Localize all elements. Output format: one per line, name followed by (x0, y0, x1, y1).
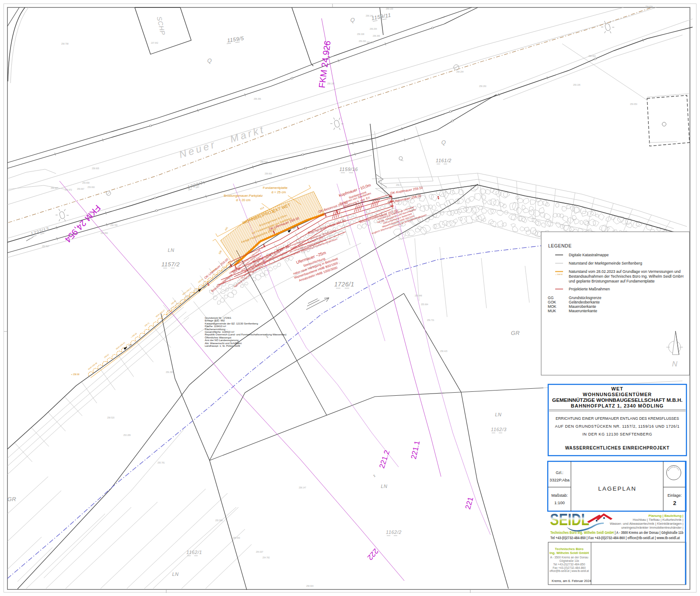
svg-text:Hochbau | Tiefbau | Kulturtech: Hochbau | Tiefbau | Kulturtechnik | (633, 518, 683, 522)
svg-text:GOK: GOK (548, 300, 556, 304)
svg-text:Maßstab:: Maßstab: (551, 493, 568, 498)
svg-text:GR: GR (511, 330, 520, 336)
svg-text:Abt. Wasserrecht und Schifffah: Abt. Wasserrecht und Schifffahrt (205, 342, 242, 345)
svg-text:259.254: 259.254 (370, 28, 377, 30)
svg-text:258.415: 258.415 (440, 350, 448, 352)
svg-text:3322P.Aba: 3322P.Aba (550, 477, 570, 482)
svg-text:258.356: 258.356 (254, 98, 261, 100)
svg-text:SEIDL: SEIDL (550, 511, 589, 529)
svg-text:259.195: 259.195 (573, 84, 581, 86)
svg-text:Gzl.:: Gzl.: (556, 471, 563, 475)
svg-text:Q: Q (207, 57, 212, 64)
svg-text:AUF DEN GRUNDSTÜCKEN NR. 1157/: AUF DEN GRUNDSTÜCKEN NR. 1157/2, 1159/16… (555, 424, 680, 429)
svg-text:Grundstück Nr.: 1726/1: Grundstück Nr.: 1726/1 (205, 317, 231, 319)
svg-text:BAHNHOFPLATZ 1, 2340 MÖDLING: BAHNHOFPLATZ 1, 2340 MÖDLING (571, 403, 664, 408)
svg-text:258.904: 258.904 (306, 585, 314, 587)
svg-text:Einlage:: Einlage: (668, 493, 682, 498)
svg-text:258.798: 258.798 (61, 43, 69, 45)
svg-text:258.605: 258.605 (92, 167, 99, 170)
svg-text:MOK: MOK (548, 304, 556, 309)
svg-text:1:100: 1:100 (554, 500, 565, 505)
svg-text:GR: GR (7, 496, 17, 502)
svg-text:Brüstungsmauer-Parkplatz: Brüstungsmauer-Parkplatz (224, 194, 263, 198)
svg-text:uneingeschränkter Immobilientr: uneingeschränkter Immobilientreuhänder | (621, 526, 683, 530)
svg-text:254.007: 254.007 (256, 551, 263, 553)
svg-text:Ing. Wilhelm Seidl GmbH: Ing. Wilhelm Seidl GmbH (550, 551, 589, 555)
svg-text:IN DER KG 12130 SENFTENBERG: IN DER KG 12130 SENFTENBERG (582, 432, 652, 436)
svg-text:255.543: 255.543 (233, 537, 240, 539)
svg-text:Landhauspl. 1, St. Pölten 3109: Landhauspl. 1, St. Pölten 3109 (205, 345, 240, 347)
svg-text:Digitale Katastralmappe: Digitale Katastralmappe (569, 253, 609, 257)
svg-text:Katastralgemeinde der EZ: 1213: Katastralgemeinde der EZ: 12130 Senftenb… (205, 322, 258, 325)
svg-text:255.589: 255.589 (215, 519, 223, 522)
svg-text:258.4: 258.4 (396, 184, 401, 186)
svg-text:Projektierte Maßnahmen: Projektierte Maßnahmen (569, 287, 610, 291)
svg-text:258.687: 258.687 (51, 187, 58, 189)
svg-text:Technisches Büro: Technisches Büro (555, 547, 584, 551)
svg-text:256.395: 256.395 (166, 371, 173, 373)
svg-text:Maueroberkante: Maueroberkante (569, 304, 596, 309)
svg-text:254.874: 254.874 (645, 6, 653, 8)
svg-text:256.672: 256.672 (65, 189, 72, 191)
svg-text:N: N (672, 360, 678, 368)
svg-text:GEMEINNÜTZIGE WOHNBAUGESELLSCH: GEMEINNÜTZIGE WOHNBAUGESELLSCHAFT M.B.H. (552, 397, 682, 403)
svg-text:258.765: 258.765 (110, 224, 118, 227)
svg-text:258.144: 258.144 (366, 15, 373, 17)
svg-text:253.289: 253.289 (123, 434, 131, 436)
svg-text:237.642: 237.642 (151, 42, 158, 44)
svg-text:Q: Q (441, 139, 446, 146)
svg-text:LN: LN (495, 412, 501, 417)
svg-text:258.365: 258.365 (373, 35, 380, 37)
svg-text:1162/1: 1162/1 (186, 550, 202, 555)
svg-text:255.781: 255.781 (158, 462, 165, 464)
svg-text:ERRICHTUNG EINER UFERMAUER ENT: ERRICHTUNG EINER UFERMAUER ENTLANG DES K… (556, 416, 679, 421)
svg-text:1159/16: 1159/16 (340, 167, 358, 172)
svg-text:1162/3: 1162/3 (491, 427, 507, 432)
svg-text:258.294: 258.294 (456, 71, 464, 73)
svg-text:258.260: 258.260 (479, 85, 486, 87)
svg-text:Bestandsaufnahmen der Technisc: Bestandsaufnahmen der Technisches Büro I… (569, 274, 683, 279)
svg-text:Tel +43-(0)2732-484-850 | Fax: Tel +43-(0)2732-484-850 | Fax +43-(0)273… (550, 536, 680, 540)
svg-text:259.650: 259.650 (630, 103, 637, 105)
svg-text:Technisches Büro Ing. Wilhelm: Technisches Büro Ing. Wilhelm Seidl GmbH… (550, 531, 683, 535)
svg-text:1162/2: 1162/2 (386, 530, 402, 535)
svg-text:+ 258.92: + 258.92 (555, 273, 563, 275)
svg-text:258.518: 258.518 (260, 161, 268, 163)
svg-text:254.782: 254.782 (262, 557, 270, 559)
svg-text:255.448: 255.448 (415, 295, 422, 297)
svg-text:Wasser- und Abwassertechnik |: Wasser- und Abwassertechnik | Kleinklära… (610, 522, 683, 526)
svg-text:259.660: 259.660 (88, 186, 95, 188)
svg-text:258.663: 258.663 (265, 173, 272, 175)
svg-text:Mauerunterkante: Mauerunterkante (569, 309, 597, 313)
svg-text:Gesamtfläche: 119410 m²: Gesamtfläche: 119410 m² (205, 331, 234, 333)
svg-text:office@tb-seidl.at | www.tb-se: office@tb-seidl.at | www.tb-seidl.at (550, 569, 589, 573)
svg-text:Amt der NÖ Landesregierung,: Amt der NÖ Landesregierung, (205, 339, 239, 342)
svg-text:Republik Österreich (Land- und: Republik Österreich (Land- und Forstwirt… (205, 333, 287, 336)
svg-text:Öffentliches Wassergut: Öffentliches Wassergut (205, 336, 231, 339)
svg-text:LN: LN (168, 247, 174, 253)
svg-text:WASSERRECHTLICHES EINREICHPROJ: WASSERRECHTLICHES EINREICHPROJEKT (565, 446, 670, 450)
svg-text:259.667: 259.667 (77, 188, 84, 190)
svg-text:259.130: 259.130 (386, 8, 393, 10)
svg-text:Göglstraße 11b: Göglstraße 11b (560, 559, 579, 563)
svg-text:LAGEPLAN: LAGEPLAN (598, 485, 636, 492)
svg-text:WET: WET (611, 386, 623, 391)
svg-text:WOHNUNGSEIGENTÜMER: WOHNUNGSEIGENTÜMER (583, 392, 652, 397)
svg-text:259.293: 259.293 (359, 40, 366, 42)
svg-text:MUK: MUK (548, 309, 556, 313)
svg-text:259.385: 259.385 (367, 42, 374, 44)
svg-text:Fläche: 119410 m²: Fläche: 119410 m² (205, 325, 226, 328)
svg-text:LN: LN (381, 484, 387, 489)
svg-text:258.147: 258.147 (299, 487, 306, 489)
svg-text:Einlage (EZ): 992: Einlage (EZ): 992 (205, 319, 225, 322)
svg-text:258.520: 258.520 (107, 417, 115, 419)
svg-text:Flächenermittlung: -: Flächenermittlung: - (205, 328, 228, 331)
svg-text:Fundamentplatte: Fundamentplatte (263, 186, 287, 190)
svg-text:+ 258.98: + 258.98 (71, 373, 80, 376)
svg-text:LEGENDE: LEGENDE (548, 243, 572, 248)
svg-text:259.893: 259.893 (101, 232, 108, 234)
svg-text:255.664: 255.664 (421, 303, 428, 306)
svg-text:256.731: 256.731 (427, 319, 434, 321)
svg-text:2: 2 (673, 500, 676, 506)
svg-text:Naturstand der Marktgemeinde S: Naturstand der Marktgemeinde Senftenberg (569, 261, 642, 265)
